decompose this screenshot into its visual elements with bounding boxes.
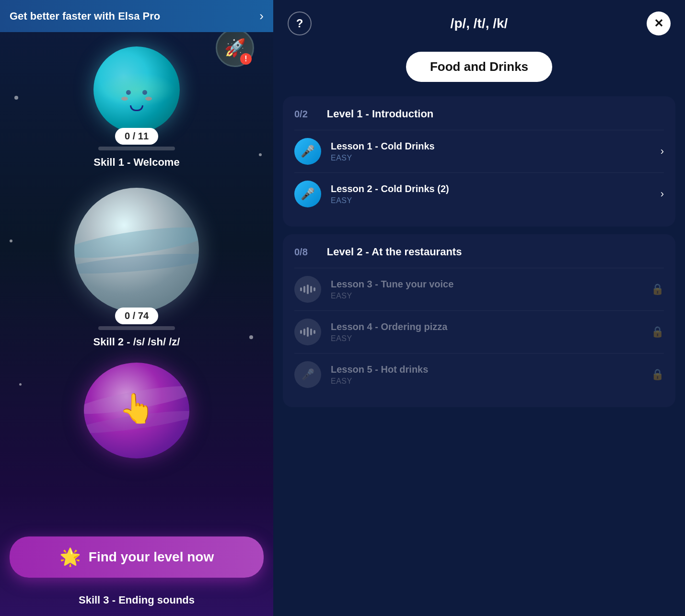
lesson-1-info: Lesson 1 - Cold Drinks EASY <box>331 141 656 162</box>
waveform-bar <box>307 285 309 294</box>
help-button[interactable]: ? <box>288 11 312 35</box>
lesson-2-info: Lesson 2 - Cold Drinks (2) EASY <box>331 183 656 205</box>
lesson-4-icon <box>294 319 321 345</box>
skill-2-item[interactable]: 0 / 74 Skill 2 - /s/ /sh/ /z/ <box>74 188 199 348</box>
skill-3-label: Skill 3 - Ending sounds <box>79 594 195 606</box>
lesson-1-icon: 🎤 <box>294 138 321 165</box>
lesson-5-item: 🎤 Lesson 5 - Hot drinks EASY 🔒 <box>294 353 664 396</box>
planet-eyes <box>126 90 147 95</box>
skill-2-score: 0 / 74 <box>115 308 158 324</box>
planet-eye-left <box>126 90 131 95</box>
level-2-title: Level 2 - At the restaurants <box>327 246 462 258</box>
lesson-3-info: Lesson 3 - Tune your voice EASY <box>331 279 651 300</box>
level-2-header: 0/8 Level 2 - At the restaurants <box>294 246 664 258</box>
stars-icon: 🌟 <box>59 547 81 567</box>
level-2-section: 0/8 Level 2 - At the restaurants Lesson … <box>283 234 675 407</box>
skill-1-item[interactable]: 0 / 11 Skill 1 - Welcome <box>93 46 180 169</box>
microphone-icon: 🎤 <box>301 187 315 201</box>
lesson-3-name: Lesson 3 - Tune your voice <box>331 279 651 290</box>
category-pill[interactable]: Food and Drinks <box>406 52 552 82</box>
skill-1-progress-bar <box>98 147 175 150</box>
level-1-title: Level 1 - Introduction <box>327 108 433 120</box>
lesson-5-difficulty: EASY <box>331 377 651 386</box>
lock-icon: 🔒 <box>651 368 664 381</box>
lesson-4-name: Lesson 4 - Ordering pizza <box>331 321 651 332</box>
waveform-bar <box>303 329 305 335</box>
lesson-1-item[interactable]: 🎤 Lesson 1 - Cold Drinks EASY › <box>294 130 664 172</box>
phonetics-title: /p/, /t/, /k/ <box>451 16 508 31</box>
lesson-2-chevron-icon: › <box>661 188 664 200</box>
find-level-text: Find your level now <box>89 549 214 565</box>
skill-1-score: 0 / 11 <box>115 128 158 145</box>
planet-2 <box>74 188 199 312</box>
finger-pointer-icon: 👆 <box>119 391 155 425</box>
waveform-bar <box>313 287 315 291</box>
avatar[interactable]: 🚀 ! <box>216 29 254 67</box>
microphone-icon: 🎤 <box>301 145 315 158</box>
lesson-3-item: Lesson 3 - Tune your voice EASY 🔒 <box>294 268 664 310</box>
lesson-2-icon: 🎤 <box>294 181 321 207</box>
planet-cheek-right <box>145 97 152 101</box>
waveform-bar <box>300 287 302 291</box>
level-1-section: 0/2 Level 1 - Introduction 🎤 Lesson 1 - … <box>283 96 675 227</box>
left-panel: Get better faster with Elsa Pro › 🚀 ! <box>0 0 273 616</box>
waveform-bar <box>310 286 312 293</box>
lesson-2-name: Lesson 2 - Cold Drinks (2) <box>331 183 656 194</box>
waveform-bar <box>310 329 312 335</box>
close-button[interactable]: ✕ <box>647 11 671 35</box>
waveform-icon <box>300 285 315 294</box>
waveform-icon <box>300 327 315 337</box>
skill-2-progress-bar <box>98 326 175 330</box>
waveform-bar <box>313 330 315 334</box>
planet-eye-right <box>142 90 147 95</box>
skill-3-item[interactable]: 👆 <box>84 363 189 458</box>
lesson-1-difficulty: EASY <box>331 154 656 162</box>
lesson-2-item[interactable]: 🎤 Lesson 2 - Cold Drinks (2) EASY › <box>294 172 664 215</box>
find-level-button[interactable]: 🌟 Find your level now <box>10 536 264 578</box>
level-2-progress: 0/8 <box>294 247 308 258</box>
right-content: 0/2 Level 1 - Introduction 🎤 Lesson 1 - … <box>273 96 685 616</box>
lock-icon: 🔒 <box>651 283 664 296</box>
planet-mouth <box>130 105 143 111</box>
planet-1 <box>93 46 180 133</box>
lesson-4-item: Lesson 4 - Ordering pizza EASY 🔒 <box>294 310 664 353</box>
promo-text: Get better faster with Elsa Pro <box>10 10 160 23</box>
planet-cheek-left <box>121 97 128 101</box>
lesson-5-name: Lesson 5 - Hot drinks <box>331 364 651 375</box>
skill-2-label: Skill 2 - /s/ /sh/ /z/ <box>93 336 180 348</box>
lesson-4-difficulty: EASY <box>331 334 651 343</box>
lesson-2-difficulty: EASY <box>331 196 656 205</box>
planet-3: 👆 <box>84 363 189 458</box>
lesson-3-icon <box>294 276 321 303</box>
promo-banner[interactable]: Get better faster with Elsa Pro › <box>0 0 273 32</box>
lesson-1-name: Lesson 1 - Cold Drinks <box>331 141 656 152</box>
lesson-5-info: Lesson 5 - Hot drinks EASY <box>331 364 651 386</box>
planet-cheeks <box>121 97 152 101</box>
mic-locked-icon: 🎤 <box>302 368 314 381</box>
lesson-5-icon: 🎤 <box>294 361 321 388</box>
promo-arrow-icon: › <box>259 9 264 23</box>
waveform-bar <box>300 330 302 334</box>
planet-face <box>121 90 152 111</box>
level-1-header: 0/2 Level 1 - Introduction <box>294 108 664 120</box>
level-1-progress: 0/2 <box>294 109 308 120</box>
waveform-bar <box>307 327 309 337</box>
lesson-3-difficulty: EASY <box>331 292 651 300</box>
notification-badge: ! <box>240 53 252 65</box>
skills-container: 0 / 11 Skill 1 - Welcome 0 / 74 Skill 2 … <box>0 32 273 616</box>
lock-icon: 🔒 <box>651 326 664 338</box>
skill-1-label: Skill 1 - Welcome <box>93 156 179 169</box>
right-header: ? /p/, /t/, /k/ ✕ <box>273 0 685 47</box>
lesson-4-info: Lesson 4 - Ordering pizza EASY <box>331 321 651 343</box>
right-panel: ? /p/, /t/, /k/ ✕ Food and Drinks 0/2 Le… <box>273 0 685 616</box>
waveform-bar <box>303 286 305 293</box>
lesson-1-chevron-icon: › <box>661 145 664 158</box>
